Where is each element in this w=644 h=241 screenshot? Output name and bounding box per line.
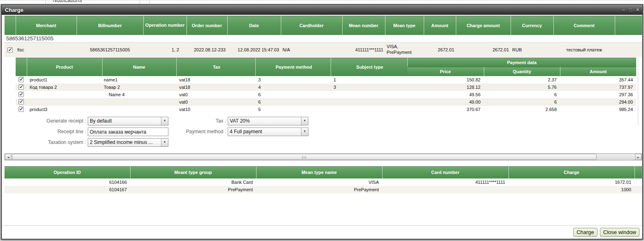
cell-product bbox=[27, 91, 102, 98]
header-price[interactable]: Price bbox=[407, 67, 484, 76]
cell-mean-type: VISA, PrePayment bbox=[385, 42, 424, 57]
backdrop-cell-border bbox=[149, 0, 150, 4]
header-meant-type-group[interactable]: Meant type group bbox=[130, 167, 256, 178]
payment-method-select[interactable]: 4 Full payment ▼ bbox=[228, 127, 308, 136]
maximize-icon[interactable]: □ bbox=[629, 7, 632, 12]
dialog-titlebar[interactable]: Charge – □ × bbox=[2, 5, 642, 15]
dialog-body: Merchant Billnumber Operation number Ord… bbox=[2, 15, 642, 239]
product-checkbox[interactable] bbox=[19, 84, 24, 90]
header-mean-type[interactable]: Mean type bbox=[385, 16, 424, 35]
header-quantity[interactable]: Quantity bbox=[484, 67, 560, 76]
charge-row[interactable]: fisc 5865361257115005 1, 2 2022.08.12-23… bbox=[5, 42, 642, 57]
header-amount[interactable]: Amount bbox=[424, 16, 456, 35]
product-row[interactable]: product1 name1 vat18 3 1 150.82 2.37 357… bbox=[16, 76, 636, 83]
cell-subject-type bbox=[331, 98, 407, 106]
cell-quantity: 5.76 bbox=[484, 83, 560, 91]
header-currency[interactable]: Currency bbox=[511, 16, 553, 35]
header-charge-amount[interactable]: Charge amount bbox=[456, 16, 511, 35]
header-comment[interactable]: Comment bbox=[553, 16, 615, 35]
header-operation-number[interactable]: Operation number bbox=[143, 16, 187, 35]
payment-method-label: Payment method : bbox=[168, 129, 226, 134]
cell-name: Name 4 bbox=[102, 91, 176, 98]
cell-name: name1 bbox=[102, 76, 176, 83]
scroll-left-icon[interactable]: ◄ bbox=[5, 154, 12, 160]
cell-spacer bbox=[635, 186, 642, 193]
header-mean-type-name[interactable]: Mean type name bbox=[256, 167, 382, 178]
product-checkbox[interactable] bbox=[19, 77, 24, 82]
chevron-down-icon[interactable]: ▼ bbox=[161, 117, 168, 125]
product-row[interactable]: vat0 6 49.00 6 294.00 bbox=[16, 98, 636, 106]
chevron-down-icon[interactable]: ▼ bbox=[301, 117, 308, 125]
scroll-right-icon[interactable]: ► bbox=[635, 154, 642, 160]
chevron-down-icon[interactable]: ▼ bbox=[301, 128, 308, 136]
form-row-2: Receipt line : Payment method : 4 Full p… bbox=[2, 127, 642, 137]
products-grid-right-border bbox=[638, 58, 638, 126]
cell-charge: 1000 bbox=[509, 186, 635, 193]
cell-payment-method: 3 bbox=[255, 76, 331, 83]
form-row-1: Generate receipt : By default ▼ Tax : VA… bbox=[2, 117, 642, 126]
header-date[interactable]: Date bbox=[227, 16, 281, 35]
taxation-system-select[interactable]: 2 Simplified income minus ... ▼ bbox=[88, 138, 168, 147]
product-checkbox[interactable] bbox=[19, 92, 24, 97]
minimize-icon[interactable]: – bbox=[622, 7, 625, 12]
cell-price: 128.12 bbox=[407, 83, 484, 91]
header-charge-col[interactable]: Charge bbox=[509, 167, 635, 178]
cell-order-number: 2022.08.12-233 bbox=[187, 42, 227, 57]
header-product[interactable]: Product bbox=[27, 58, 102, 76]
product-row[interactable]: Код товара 2 Товар 2 vat18 4 3 128.12 5.… bbox=[16, 83, 636, 91]
header-name[interactable]: Name bbox=[102, 58, 176, 76]
product-row[interactable]: product3 vat10 5 370.67 2.658 985.24 bbox=[16, 106, 636, 113]
close-window-button[interactable]: Close window bbox=[600, 228, 639, 236]
header-cardholder[interactable]: Cardholder bbox=[281, 16, 342, 35]
tax-value: VAT 20% bbox=[230, 118, 300, 124]
cell-payment-method: 6 bbox=[255, 98, 331, 106]
cell-subject-type bbox=[331, 91, 407, 98]
header-mean-number[interactable]: Mean number bbox=[342, 16, 385, 35]
close-icon[interactable]: × bbox=[636, 7, 639, 12]
scrollbar-thumb[interactable] bbox=[12, 154, 597, 160]
header-tax[interactable]: Tax bbox=[176, 58, 255, 76]
header-payment-method[interactable]: Payment method bbox=[255, 58, 331, 76]
charge-button[interactable]: Charge bbox=[573, 228, 597, 236]
product-checkbox-cell bbox=[16, 106, 27, 113]
header-billnumber[interactable]: Billnumber bbox=[77, 16, 143, 35]
cell-quantity: 6 bbox=[484, 98, 560, 106]
receipt-line-input[interactable] bbox=[88, 127, 168, 136]
cell-quantity: 2.658 bbox=[484, 106, 560, 113]
product-checkbox[interactable] bbox=[19, 99, 24, 104]
header-subject-type[interactable]: Subject type bbox=[331, 58, 407, 76]
cell-line-amount: 985.24 bbox=[560, 106, 636, 113]
tax-select[interactable]: VAT 20% ▼ bbox=[228, 117, 308, 125]
charge-grid: Merchant Billnumber Operation number Ord… bbox=[5, 16, 642, 57]
header-merchant[interactable]: Merchant bbox=[16, 16, 77, 35]
cell-price: 150.82 bbox=[407, 76, 484, 83]
generate-receipt-select[interactable]: By default ▼ bbox=[88, 117, 168, 125]
cell-charge: 1672.01 bbox=[509, 178, 635, 186]
product-row[interactable]: Name 4 vat0 6 49.56 6 297.36 bbox=[16, 91, 636, 98]
chevron-down-icon[interactable]: ▼ bbox=[161, 139, 168, 146]
cell-line-amount: 357.44 bbox=[560, 76, 636, 83]
cell-payment-method: 6 bbox=[255, 91, 331, 98]
charge-dialog: Charge – □ × Merchant Billnumber Operati… bbox=[1, 4, 643, 240]
header-order-number[interactable]: Order number bbox=[187, 16, 227, 35]
horizontal-scrollbar[interactable]: ◄ ► bbox=[5, 153, 642, 160]
products-header-checkbox-col bbox=[16, 58, 27, 76]
cell-operation-id: 6104166 bbox=[5, 178, 130, 186]
header-operation-id[interactable]: Operation ID bbox=[5, 167, 130, 178]
cell-spacer bbox=[635, 178, 642, 186]
product-checkbox[interactable] bbox=[19, 107, 24, 112]
header-card-number[interactable]: Card number bbox=[382, 167, 509, 178]
footer-buttons: Charge Close window bbox=[573, 228, 639, 236]
cell-line-amount: 297.36 bbox=[560, 91, 636, 98]
charge-grid-header-row: Merchant Billnumber Operation number Ord… bbox=[5, 16, 642, 35]
operation-row[interactable]: 6104166 Bank Card VISA 411111****1111 16… bbox=[5, 178, 642, 186]
cell-mean-number: 411111***1111 bbox=[342, 42, 385, 57]
header-spacer bbox=[615, 16, 642, 35]
operation-row[interactable]: 6104167 PrePayment PrePayment 1000 bbox=[5, 186, 642, 193]
products-header-row-1: Product Name Tax Payment method Subject … bbox=[16, 58, 636, 67]
cell-comment: тестовый платеж bbox=[553, 42, 615, 57]
operations-grid: Operation ID Meant type group Mean type … bbox=[5, 166, 642, 193]
cell-product: product3 bbox=[27, 106, 102, 113]
charge-row-checkbox[interactable] bbox=[7, 47, 13, 53]
header-amount-sub[interactable]: Amount bbox=[560, 67, 636, 76]
